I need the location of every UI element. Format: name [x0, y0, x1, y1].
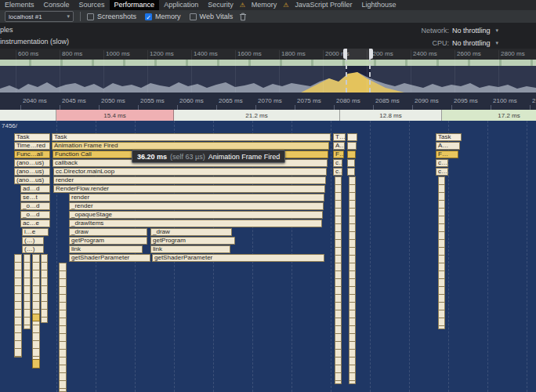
- trash-icon[interactable]: [239, 13, 247, 21]
- flame-bar[interactable]: Animation Frame Fired: [52, 142, 329, 150]
- ruler-tick-label: 2050 ms: [99, 97, 125, 104]
- flame-bar[interactable]: Task: [14, 133, 50, 141]
- flame-bar[interactable]: Time…red: [14, 142, 50, 150]
- call-stack-bar[interactable]: [24, 254, 31, 329]
- flame-bar[interactable]: RenderFlow.render: [53, 185, 325, 193]
- flame-bar[interactable]: _draw: [150, 228, 232, 236]
- tab-security[interactable]: Security: [203, 0, 238, 10]
- ruler-tick-label: 2095 ms: [451, 97, 478, 104]
- flame-bar[interactable]: ad…d: [20, 185, 50, 193]
- call-stack-bar[interactable]: [349, 176, 356, 384]
- flame-bar[interactable]: [347, 142, 357, 150]
- flame-bar[interactable]: _draw: [69, 228, 147, 236]
- flame-bar[interactable]: F…: [436, 151, 458, 158]
- checkbox-label: Web Vitals: [200, 13, 234, 20]
- selection-handle-left[interactable]: [343, 49, 347, 59]
- flame-bar[interactable]: c…: [333, 159, 342, 167]
- tab-memory[interactable]: Memory: [247, 0, 282, 10]
- flame-bar[interactable]: _opaqueStage: [69, 211, 323, 219]
- flame-bar[interactable]: getProgram: [150, 237, 235, 245]
- flame-bar[interactable]: getProgram: [69, 237, 147, 245]
- flame-bar[interactable]: link: [150, 245, 230, 253]
- network-throttling-select[interactable]: Network: No throttling ▾: [421, 27, 498, 34]
- flame-bar[interactable]: [347, 151, 356, 158]
- tab-elements[interactable]: Elements: [0, 0, 39, 10]
- flame-bar[interactable]: (ano…us): [14, 176, 50, 184]
- flame-bar[interactable]: cc.Director.mainLoop: [53, 168, 327, 176]
- checkbox-screenshots[interactable]: Screenshots: [87, 13, 136, 20]
- flame-bar[interactable]: A…: [333, 142, 345, 150]
- flame-bar[interactable]: c…: [333, 168, 342, 176]
- flame-bar[interactable]: link: [69, 245, 143, 253]
- flame-bar[interactable]: render: [69, 194, 324, 201]
- target-select-value: localhost #1: [9, 13, 42, 20]
- flame-bar[interactable]: _o…d: [20, 211, 50, 219]
- timing-band[interactable]: 12.8 ms: [340, 110, 442, 121]
- flame-bar[interactable]: F…: [333, 151, 344, 158]
- ruler-tick-label: 2040 ms: [20, 97, 47, 104]
- flame-bar[interactable]: [347, 159, 355, 167]
- tab-lighthouse[interactable]: Lighthouse: [357, 0, 401, 10]
- checkbox-memory[interactable]: ✓Memory: [145, 13, 181, 20]
- checkbox-checked-icon[interactable]: ✓: [145, 13, 152, 20]
- devtools-tab-bar: ElementsConsoleSourcesPerformanceApplica…: [0, 0, 536, 11]
- call-stack-bar[interactable]: [32, 359, 40, 368]
- call-stack-bar[interactable]: [438, 176, 445, 329]
- flame-bar[interactable]: (…): [22, 237, 44, 245]
- checkbox-unchecked-icon[interactable]: [87, 13, 94, 20]
- flame-bar[interactable]: getShaderParameter: [69, 254, 150, 262]
- tab-javascript-profiler[interactable]: JavaScript Profiler: [291, 0, 357, 10]
- gridline: [409, 121, 410, 392]
- flame-bar[interactable]: i…e: [22, 228, 49, 236]
- timing-band[interactable]: 15.4 ms: [56, 110, 174, 121]
- overview-dim-right: [371, 60, 536, 93]
- selection-window[interactable]: [346, 49, 371, 93]
- checkbox-label: Memory: [155, 13, 181, 20]
- call-stack-bar[interactable]: [32, 314, 40, 321]
- gridline: [331, 121, 331, 392]
- flame-bar[interactable]: getShaderParameter: [152, 254, 324, 262]
- flame-bar[interactable]: A…: [436, 142, 460, 150]
- timing-band[interactable]: 17.2 ms: [442, 110, 536, 121]
- flame-bar[interactable]: se…t: [20, 194, 50, 201]
- cpu-throttling-select[interactable]: CPU: No throttling ▾: [432, 39, 498, 47]
- call-stack-bar[interactable]: [59, 263, 67, 392]
- tab-application[interactable]: Application: [159, 0, 203, 10]
- ruler-tick-label: 2055 ms: [138, 97, 165, 104]
- flame-bar[interactable]: _render: [69, 202, 324, 210]
- call-stack-bar[interactable]: [41, 254, 48, 323]
- flame-bar[interactable]: (ano…us): [14, 159, 50, 167]
- target-select[interactable]: localhost #1 ▾: [5, 11, 74, 22]
- tab-performance[interactable]: Performance: [110, 0, 160, 10]
- chevron-down-icon: ▾: [67, 13, 70, 20]
- timing-band[interactable]: [0, 110, 56, 121]
- call-stack-bar[interactable]: [335, 176, 342, 384]
- ruler-tick-label: 2085 ms: [373, 97, 400, 104]
- capture-settings-panel: ples instrumentation (slow) Network: No …: [0, 24, 536, 49]
- call-stack-bar[interactable]: [14, 254, 22, 358]
- ruler-tick-label: 21: [530, 97, 536, 104]
- tab-console[interactable]: Console: [39, 0, 74, 10]
- flame-bar[interactable]: ac…e: [20, 220, 50, 227]
- checkbox-web-vitals[interactable]: Web Vitals: [190, 13, 234, 20]
- cpu-value: No throttling: [452, 39, 491, 47]
- timing-band[interactable]: 21.2 ms: [174, 110, 340, 121]
- network-value: No throttling: [452, 27, 491, 34]
- flame-bar[interactable]: (…): [22, 245, 44, 253]
- flame-bar[interactable]: _drawItems: [69, 220, 322, 227]
- call-stack-bar[interactable]: [32, 254, 40, 368]
- flame-bar[interactable]: [347, 168, 355, 176]
- checkbox-unchecked-icon[interactable]: [190, 13, 197, 20]
- flame-bar[interactable]: c…: [436, 159, 448, 167]
- flame-bar[interactable]: Task: [436, 133, 462, 141]
- tab-sources[interactable]: Sources: [74, 0, 110, 10]
- flame-bar[interactable]: (ano…us): [14, 168, 50, 176]
- flame-bar[interactable]: Task: [52, 133, 331, 141]
- flame-bar[interactable]: _o…d: [20, 202, 50, 210]
- flame-bar[interactable]: [347, 133, 357, 141]
- selection-handle-right[interactable]: [369, 49, 373, 59]
- flame-bar[interactable]: c…: [436, 168, 448, 176]
- flame-bar[interactable]: render: [53, 176, 326, 184]
- flame-bar[interactable]: Func…all: [14, 151, 50, 158]
- flame-bar[interactable]: T…: [333, 133, 346, 141]
